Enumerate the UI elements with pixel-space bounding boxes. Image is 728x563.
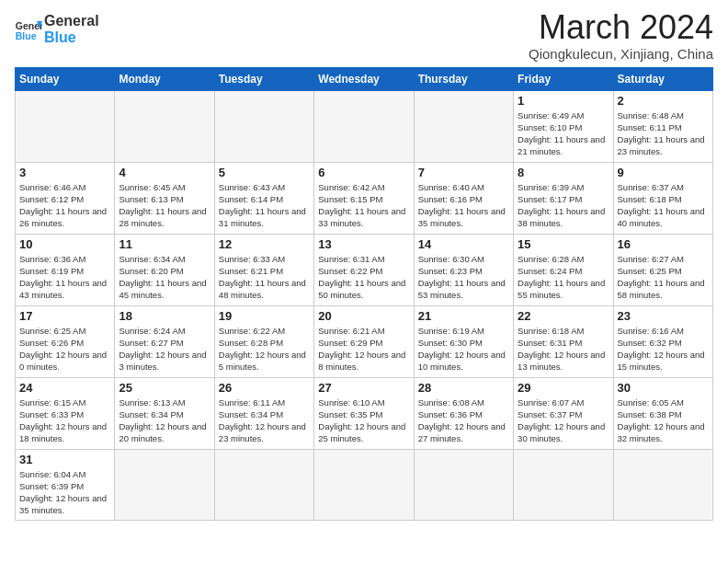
day-info: Sunrise: 6:08 AM Sunset: 6:36 PM Dayligh…: [418, 396, 509, 445]
calendar-cell: [214, 90, 313, 162]
day-info: Sunrise: 6:11 AM Sunset: 6:34 PM Dayligh…: [219, 396, 310, 445]
calendar-cell: 13Sunrise: 6:31 AM Sunset: 6:22 PM Dayli…: [314, 234, 414, 305]
logo-blue-text: Blue: [44, 29, 99, 46]
weekday-header: Wednesday: [314, 67, 414, 90]
calendar-cell: 11Sunrise: 6:34 AM Sunset: 6:20 PM Dayli…: [115, 234, 214, 305]
calendar-cell: 19Sunrise: 6:22 AM Sunset: 6:28 PM Dayli…: [214, 305, 313, 377]
day-info: Sunrise: 6:07 AM Sunset: 6:37 PM Dayligh…: [518, 396, 609, 445]
day-number: 13: [318, 237, 409, 251]
calendar-cell: 15Sunrise: 6:28 AM Sunset: 6:24 PM Dayli…: [514, 234, 613, 305]
day-info: Sunrise: 6:30 AM Sunset: 6:23 PM Dayligh…: [418, 253, 509, 302]
calendar-cell: 5Sunrise: 6:43 AM Sunset: 6:14 PM Daylig…: [214, 162, 313, 234]
day-info: Sunrise: 6:43 AM Sunset: 6:14 PM Dayligh…: [219, 181, 310, 230]
weekday-header: Sunday: [16, 67, 115, 90]
day-number: 27: [318, 381, 409, 395]
day-number: 30: [618, 381, 709, 395]
day-info: Sunrise: 6:21 AM Sunset: 6:29 PM Dayligh…: [318, 325, 409, 373]
calendar-cell: 9Sunrise: 6:37 AM Sunset: 6:18 PM Daylig…: [613, 162, 712, 234]
day-info: Sunrise: 6:25 AM Sunset: 6:26 PM Dayligh…: [19, 325, 110, 373]
calendar-cell: [314, 90, 414, 162]
day-number: 18: [119, 309, 210, 323]
day-info: Sunrise: 6:37 AM Sunset: 6:18 PM Dayligh…: [618, 181, 709, 230]
header: General Blue General Blue March 2024 Qio…: [15, 9, 713, 62]
calendar-cell: 21Sunrise: 6:19 AM Sunset: 6:30 PM Dayli…: [414, 305, 513, 377]
day-info: Sunrise: 6:34 AM Sunset: 6:20 PM Dayligh…: [119, 253, 210, 302]
calendar-cell: 27Sunrise: 6:10 AM Sunset: 6:35 PM Dayli…: [314, 377, 414, 449]
calendar-cell: [115, 449, 214, 520]
calendar-cell: 12Sunrise: 6:33 AM Sunset: 6:21 PM Dayli…: [214, 234, 313, 305]
calendar-cell: 22Sunrise: 6:18 AM Sunset: 6:31 PM Dayli…: [514, 305, 613, 377]
day-info: Sunrise: 6:39 AM Sunset: 6:17 PM Dayligh…: [518, 181, 609, 230]
day-number: 9: [618, 166, 709, 179]
day-number: 14: [418, 237, 509, 251]
calendar-cell: [314, 449, 414, 520]
logo-icon: General Blue: [15, 16, 42, 43]
day-number: 21: [418, 309, 509, 323]
day-number: 31: [19, 453, 110, 466]
calendar-cell: 16Sunrise: 6:27 AM Sunset: 6:25 PM Dayli…: [613, 234, 712, 305]
calendar-cell: 25Sunrise: 6:13 AM Sunset: 6:34 PM Dayli…: [115, 377, 214, 449]
calendar-cell: 10Sunrise: 6:36 AM Sunset: 6:19 PM Dayli…: [16, 234, 115, 305]
calendar-cell: 29Sunrise: 6:07 AM Sunset: 6:37 PM Dayli…: [514, 377, 613, 449]
calendar-cell: 7Sunrise: 6:40 AM Sunset: 6:16 PM Daylig…: [414, 162, 513, 234]
day-number: 19: [219, 309, 310, 323]
day-number: 1: [518, 94, 609, 108]
day-info: Sunrise: 6:36 AM Sunset: 6:19 PM Dayligh…: [19, 253, 110, 302]
day-info: Sunrise: 6:45 AM Sunset: 6:13 PM Dayligh…: [119, 181, 210, 230]
calendar-cell: 6Sunrise: 6:42 AM Sunset: 6:15 PM Daylig…: [314, 162, 414, 234]
day-number: 3: [19, 166, 110, 179]
calendar-cell: 1Sunrise: 6:49 AM Sunset: 6:10 PM Daylig…: [514, 90, 613, 162]
calendar-cell: 14Sunrise: 6:30 AM Sunset: 6:23 PM Dayli…: [414, 234, 513, 305]
day-number: 25: [119, 381, 210, 395]
calendar-cell: [16, 90, 115, 162]
svg-text:Blue: Blue: [16, 29, 37, 40]
day-number: 29: [518, 381, 609, 395]
day-info: Sunrise: 6:28 AM Sunset: 6:24 PM Dayligh…: [518, 253, 609, 302]
day-info: Sunrise: 6:33 AM Sunset: 6:21 PM Dayligh…: [219, 253, 310, 302]
location: Qiongkulecun, Xinjiang, China: [529, 46, 713, 62]
logo-general-text: General: [44, 13, 99, 29]
day-number: 28: [418, 381, 509, 395]
calendar-cell: [414, 90, 513, 162]
calendar: SundayMondayTuesdayWednesdayThursdayFrid…: [15, 67, 713, 521]
day-info: Sunrise: 6:31 AM Sunset: 6:22 PM Dayligh…: [318, 253, 409, 302]
weekday-header: Saturday: [613, 67, 712, 90]
calendar-cell: 18Sunrise: 6:24 AM Sunset: 6:27 PM Dayli…: [115, 305, 214, 377]
day-number: 20: [318, 309, 409, 323]
month-title: March 2024: [529, 9, 713, 46]
calendar-cell: 30Sunrise: 6:05 AM Sunset: 6:38 PM Dayli…: [613, 377, 712, 449]
day-info: Sunrise: 6:19 AM Sunset: 6:30 PM Dayligh…: [418, 325, 509, 373]
day-info: Sunrise: 6:05 AM Sunset: 6:38 PM Dayligh…: [618, 396, 709, 445]
calendar-cell: 28Sunrise: 6:08 AM Sunset: 6:36 PM Dayli…: [414, 377, 513, 449]
day-info: Sunrise: 6:48 AM Sunset: 6:11 PM Dayligh…: [618, 109, 709, 158]
calendar-cell: 24Sunrise: 6:15 AM Sunset: 6:33 PM Dayli…: [16, 377, 115, 449]
calendar-cell: [115, 90, 214, 162]
day-info: Sunrise: 6:16 AM Sunset: 6:32 PM Dayligh…: [618, 325, 709, 373]
calendar-header-row: SundayMondayTuesdayWednesdayThursdayFrid…: [16, 67, 713, 90]
day-number: 17: [19, 309, 110, 323]
day-info: Sunrise: 6:24 AM Sunset: 6:27 PM Dayligh…: [119, 325, 210, 373]
day-number: 26: [219, 381, 310, 395]
day-number: 6: [318, 166, 409, 179]
day-info: Sunrise: 6:13 AM Sunset: 6:34 PM Dayligh…: [119, 396, 210, 445]
day-number: 22: [518, 309, 609, 323]
calendar-cell: [214, 449, 313, 520]
day-number: 11: [119, 237, 210, 251]
day-number: 10: [19, 237, 110, 251]
day-info: Sunrise: 6:18 AM Sunset: 6:31 PM Dayligh…: [518, 325, 609, 373]
calendar-cell: 20Sunrise: 6:21 AM Sunset: 6:29 PM Dayli…: [314, 305, 414, 377]
logo: General Blue General Blue: [15, 13, 99, 45]
calendar-cell: 17Sunrise: 6:25 AM Sunset: 6:26 PM Dayli…: [16, 305, 115, 377]
calendar-cell: 8Sunrise: 6:39 AM Sunset: 6:17 PM Daylig…: [514, 162, 613, 234]
day-info: Sunrise: 6:22 AM Sunset: 6:28 PM Dayligh…: [219, 325, 310, 373]
calendar-cell: [514, 449, 613, 520]
day-info: Sunrise: 6:49 AM Sunset: 6:10 PM Dayligh…: [518, 109, 609, 158]
page: General Blue General Blue March 2024 Qio…: [0, 0, 728, 530]
day-number: 8: [518, 166, 609, 179]
day-info: Sunrise: 6:42 AM Sunset: 6:15 PM Dayligh…: [318, 181, 409, 230]
calendar-cell: [613, 449, 712, 520]
calendar-cell: 4Sunrise: 6:45 AM Sunset: 6:13 PM Daylig…: [115, 162, 214, 234]
day-number: 2: [618, 94, 709, 108]
day-info: Sunrise: 6:40 AM Sunset: 6:16 PM Dayligh…: [418, 181, 509, 230]
day-number: 24: [19, 381, 110, 395]
